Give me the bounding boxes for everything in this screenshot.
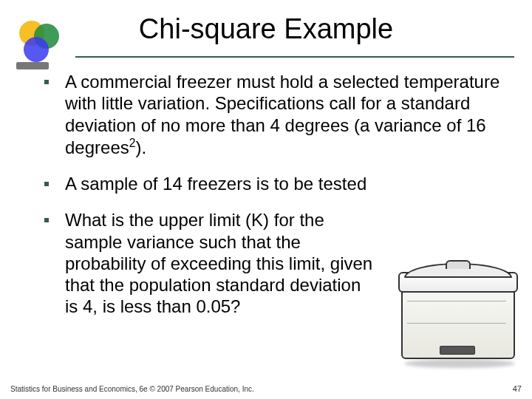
bullet-1-text: A commercial freezer must hold a selecte… bbox=[65, 71, 501, 158]
bullet-3-text: What is the upper limit (K) for the samp… bbox=[65, 209, 375, 317]
slide-title: Chi-square Example bbox=[0, 13, 532, 45]
page-number: 47 bbox=[513, 384, 522, 393]
slide: Chi-square Example A commercial freezer … bbox=[0, 0, 532, 399]
logo-bar bbox=[16, 62, 49, 69]
title-rule bbox=[75, 56, 514, 58]
bullet-icon bbox=[44, 218, 49, 222]
bullet-icon bbox=[44, 80, 49, 84]
freezer-line bbox=[407, 323, 506, 324]
freezer-line bbox=[407, 301, 506, 301]
bullet-2-text: A sample of 14 freezers is to be tested bbox=[65, 173, 366, 194]
freezer-shadow bbox=[404, 359, 515, 368]
freezer-handle bbox=[446, 260, 471, 269]
freezer-illustration bbox=[394, 238, 523, 364]
freezer-grille bbox=[440, 346, 475, 355]
footer-text: Statistics for Business and Economics, 6… bbox=[10, 385, 254, 393]
bullet-icon bbox=[44, 182, 49, 186]
bullet-1-text-after: ). bbox=[135, 137, 146, 157]
bullet-1: A commercial freezer must hold a selecte… bbox=[44, 71, 510, 158]
bullet-2: A sample of 14 freezers is to be tested bbox=[44, 173, 510, 194]
